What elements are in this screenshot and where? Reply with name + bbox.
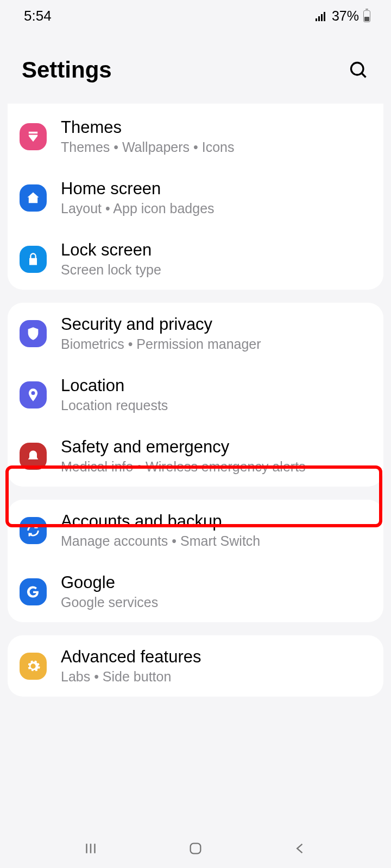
item-subtitle: Location requests [61,398,168,413]
item-subtitle: Layout • App icon badges [61,201,215,216]
item-subtitle: Biometrics • Permission manager [61,336,261,352]
settings-group: Advanced features Labs • Side button [8,635,383,697]
item-google[interactable]: Google Google services [8,561,383,622]
item-home-screen[interactable]: Home screen Layout • App icon badges [8,167,383,228]
signal-icon [316,11,327,21]
search-icon [349,60,368,80]
item-safety-emergency[interactable]: Safety and emergency Medical info • Wire… [8,425,383,487]
battery-percent: 37% [332,8,359,24]
item-subtitle: Labs • Side button [61,669,201,685]
item-themes[interactable]: Themes Themes • Wallpapers • Icons [8,106,383,167]
item-title: Themes [61,118,234,137]
back-icon [293,841,308,856]
item-advanced-features[interactable]: Advanced features Labs • Side button [8,635,383,697]
svg-line-1 [362,73,366,78]
item-title: Advanced features [61,647,201,667]
item-subtitle: Medical info • Wireless emergency alerts [61,459,306,475]
gear-icon [20,653,47,680]
themes-icon [20,123,47,150]
status-right: 37% [316,8,370,24]
battery-icon [363,10,370,22]
item-title: Home screen [61,179,215,199]
item-title: Safety and emergency [61,437,306,457]
recents-icon [83,840,99,857]
alert-icon [20,443,47,470]
pin-icon [20,381,47,409]
status-bar: 5:54 37% [0,0,391,29]
item-title: Lock screen [61,240,161,260]
item-subtitle: Screen lock type [61,262,161,278]
page-title: Settings [22,57,112,83]
item-title: Security and privacy [61,315,261,334]
svg-point-0 [351,63,364,75]
home-icon [20,184,47,212]
item-subtitle: Themes • Wallpapers • Icons [61,139,234,155]
item-subtitle: Google services [61,595,158,610]
item-lock-screen[interactable]: Lock screen Screen lock type [8,228,383,290]
home-button[interactable] [185,838,206,859]
svg-rect-5 [191,844,201,854]
item-title: Accounts and backup [61,512,260,531]
item-security-privacy[interactable]: Security and privacy Biometrics • Permis… [8,303,383,364]
settings-group: Security and privacy Biometrics • Permis… [8,303,383,487]
navigation-bar [0,829,391,868]
settings-group: Themes Themes • Wallpapers • Icons Home … [8,104,383,290]
google-icon [20,578,47,605]
item-title: Location [61,376,168,395]
item-location[interactable]: Location Location requests [8,364,383,425]
shield-icon [20,320,47,347]
recents-button[interactable] [80,838,102,859]
home-nav-icon [188,841,203,856]
item-subtitle: Manage accounts • Smart Switch [61,533,260,549]
search-button[interactable] [348,59,369,81]
lock-icon [20,246,47,273]
sync-icon [20,517,47,544]
item-title: Google [61,573,158,592]
header: Settings [0,29,391,104]
item-accounts-backup[interactable]: Accounts and backup Manage accounts • Sm… [8,500,383,561]
settings-group: Accounts and backup Manage accounts • Sm… [8,500,383,622]
back-button[interactable] [289,838,311,859]
status-time: 5:54 [24,8,52,24]
